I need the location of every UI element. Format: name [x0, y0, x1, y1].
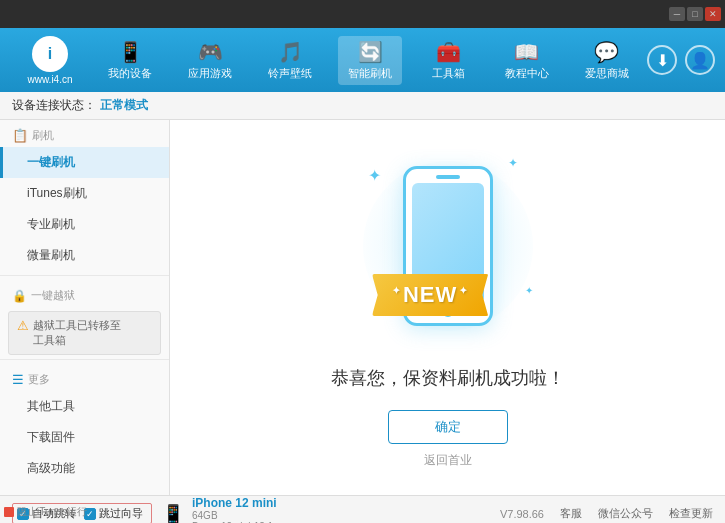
itunes-status: 阻止iTunes运行 [4, 505, 87, 519]
nav-right: ⬇ 👤 [647, 45, 715, 75]
nav-ringtones-label: 铃声壁纸 [268, 66, 312, 81]
download-button[interactable]: ⬇ [647, 45, 677, 75]
divider-2 [0, 359, 169, 360]
wechat-official-link[interactable]: 微信公众号 [598, 506, 653, 521]
user-button[interactable]: 👤 [685, 45, 715, 75]
success-illustration: ✦ ✦ ✦ NEW [348, 146, 548, 346]
title-bar: ─ □ ✕ [0, 0, 725, 28]
sidebar-section-jailbreak: 🔒 一键越狱 [0, 280, 169, 307]
logo-text: www.i4.cn [27, 74, 72, 85]
skip-wizard-checkbox[interactable]: 跳过向导 [84, 506, 143, 521]
device-phone-icon: 📱 [162, 503, 184, 524]
nav-ringtones[interactable]: 🎵 铃声壁纸 [258, 36, 322, 85]
app-games-icon: 🎮 [198, 40, 223, 64]
flash-section-title: 刷机 [32, 128, 54, 143]
nav-my-device[interactable]: 📱 我的设备 [98, 36, 162, 85]
flash-section-icon: 📋 [12, 128, 28, 143]
logo: i www.i4.cn [10, 36, 90, 85]
sidebar-item-one-click-flash[interactable]: 一键刷机 [0, 147, 169, 178]
close-button[interactable]: ✕ [705, 7, 721, 21]
sidebar: 📋 刷机 一键刷机 iTunes刷机 专业刷机 微量刷机 🔒 一键越狱 ⚠ 越狱… [0, 120, 170, 495]
nav-smart-flash-label: 智能刷机 [348, 66, 392, 81]
sidebar-item-download-fw[interactable]: 下载固件 [0, 422, 169, 453]
status-bar: 设备连接状态： 正常模式 [0, 92, 725, 120]
device-storage: 64GB [192, 510, 277, 521]
sidebar-item-pro-flash[interactable]: 专业刷机 [0, 209, 169, 240]
content-area: ✦ ✦ ✦ NEW 恭喜您，保资料刷机成功啦！ 确定 返回首业 [170, 120, 725, 495]
version-text: V7.98.66 [500, 508, 544, 520]
nav-app-games-label: 应用游戏 [188, 66, 232, 81]
nav-weibo[interactable]: 💬 爱思商城 [575, 36, 639, 85]
ringtones-icon: 🎵 [278, 40, 303, 64]
footer-bar: 自动跳转 跳过向导 📱 iPhone 12 mini 64GB Down-12m… [0, 495, 725, 523]
minimize-button[interactable]: ─ [669, 7, 685, 21]
sparkle-2: ✦ [508, 156, 518, 170]
nav-my-device-label: 我的设备 [108, 66, 152, 81]
jailbreak-section-title: 一键越狱 [31, 288, 75, 303]
success-title: 恭喜您，保资料刷机成功啦！ [331, 366, 565, 390]
sparkle-3: ✦ [525, 285, 533, 296]
footer-device: 📱 iPhone 12 mini 64GB Down-12mini-13,1 [162, 496, 277, 524]
nav-items: 📱 我的设备 🎮 应用游戏 🎵 铃声壁纸 🔄 智能刷机 🧰 工具箱 📖 教程中心… [90, 36, 647, 85]
divider-1 [0, 275, 169, 276]
toolbox-icon: 🧰 [436, 40, 461, 64]
sidebar-section-flash: 📋 刷机 [0, 120, 169, 147]
main-layout: 📋 刷机 一键刷机 iTunes刷机 专业刷机 微量刷机 🔒 一键越狱 ⚠ 越狱… [0, 120, 725, 495]
device-info: iPhone 12 mini 64GB Down-12mini-13,1 [192, 496, 277, 524]
status-prefix: 设备连接状态： [12, 97, 96, 114]
back-link[interactable]: 返回首业 [424, 452, 472, 469]
more-section-title: 更多 [28, 372, 50, 387]
nav-toolbox[interactable]: 🧰 工具箱 [419, 36, 479, 85]
confirm-button[interactable]: 确定 [388, 410, 508, 444]
customer-service-link[interactable]: 客服 [560, 506, 582, 521]
sidebar-item-micro-flash[interactable]: 微量刷机 [0, 240, 169, 271]
smart-flash-icon: 🔄 [358, 40, 383, 64]
nav-tutorial-label: 教程中心 [505, 66, 549, 81]
sidebar-item-advanced[interactable]: 高级功能 [0, 453, 169, 484]
stop-icon [4, 507, 14, 517]
nav-tutorial[interactable]: 📖 教程中心 [495, 36, 559, 85]
check-update-link[interactable]: 检查更新 [669, 506, 713, 521]
logo-icon: i [32, 36, 68, 72]
footer-right: 阻止iTunes运行 V7.98.66 客服 微信公众号 检查更新 [500, 506, 713, 521]
warning-icon: ⚠ [17, 318, 29, 333]
header: i www.i4.cn 📱 我的设备 🎮 应用游戏 🎵 铃声壁纸 🔄 智能刷机 … [0, 28, 725, 92]
sidebar-section-more: ☰ 更多 [0, 364, 169, 391]
sparkle-1: ✦ [368, 166, 381, 185]
maximize-button[interactable]: □ [687, 7, 703, 21]
jailbreak-notice: ⚠ 越狱工具已转移至工具箱 [8, 311, 161, 355]
sidebar-item-other-tools[interactable]: 其他工具 [0, 391, 169, 422]
sidebar-item-itunes-flash[interactable]: iTunes刷机 [0, 178, 169, 209]
device-name: iPhone 12 mini [192, 496, 277, 510]
lock-icon: 🔒 [12, 289, 27, 303]
nav-app-games[interactable]: 🎮 应用游戏 [178, 36, 242, 85]
more-section-icon: ☰ [12, 372, 24, 387]
tutorial-icon: 📖 [514, 40, 539, 64]
nav-toolbox-label: 工具箱 [432, 66, 465, 81]
nav-smart-flash[interactable]: 🔄 智能刷机 [338, 36, 402, 85]
my-device-icon: 📱 [118, 40, 143, 64]
weibo-icon: 💬 [594, 40, 619, 64]
skip-wizard-label: 跳过向导 [99, 506, 143, 521]
nav-weibo-label: 爱思商城 [585, 66, 629, 81]
new-ribbon: NEW [372, 274, 488, 316]
status-value: 正常模式 [100, 97, 148, 114]
jailbreak-notice-text: 越狱工具已转移至工具箱 [33, 318, 121, 348]
itunes-status-label: 阻止iTunes运行 [17, 505, 87, 519]
phone-speaker [436, 175, 460, 179]
